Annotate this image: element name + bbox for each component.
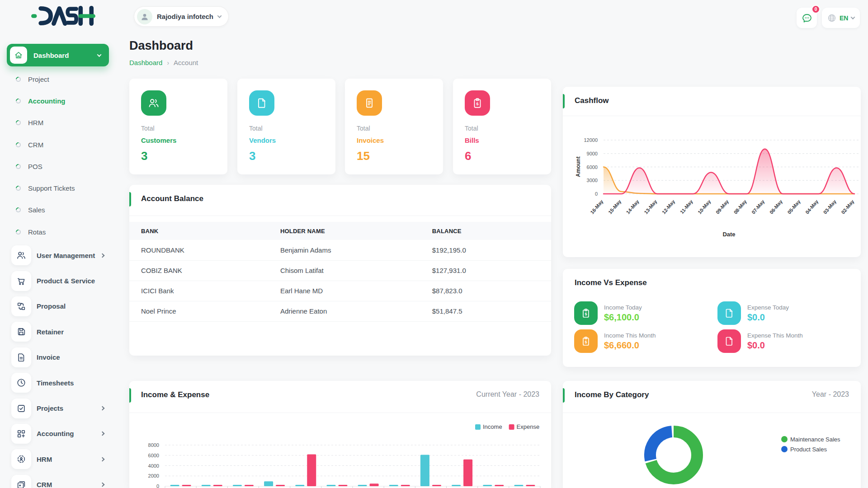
ive-value: $6,100.0 — [604, 312, 642, 323]
sidebar-item-timesheets[interactable]: Timesheets — [0, 370, 116, 395]
stat-total-label: Total — [249, 125, 263, 132]
income-vs-expense-title: Income Vs Expense — [575, 278, 647, 287]
sidebar-item-accounting[interactable]: Accounting — [0, 90, 116, 112]
sidebar-item-label: CRM — [28, 141, 43, 149]
sidebar-item-label: POS — [28, 163, 42, 170]
sidebar-item-label: Accounting — [28, 97, 66, 105]
sidebar-item-pos[interactable]: POS — [0, 155, 116, 177]
bill-icon: $ — [465, 90, 490, 116]
cashflow-chart: 12000900060003000016-May15-May14-May13-M… — [563, 116, 861, 257]
sidebar-item-label: HRM — [28, 119, 43, 127]
income-vs-expense-card: Income Vs Expense $ Income Today $6,100.… — [563, 269, 861, 367]
users-icon — [141, 90, 166, 116]
svg-text:0: 0 — [156, 483, 159, 488]
sidebar-item-projects[interactable]: Projects — [0, 395, 116, 421]
account-balance-card: Account Balance BANKHOLDER NAMEBALANCE R… — [129, 185, 551, 356]
svg-text:14-May: 14-May — [625, 198, 641, 215]
holder-name: Adrienne Eaton — [269, 301, 420, 321]
svg-text:15-May: 15-May — [607, 198, 623, 215]
chevron-right-icon — [100, 432, 105, 436]
scan-user-icon — [11, 449, 31, 469]
floppy-icon — [11, 322, 31, 342]
sidebar-item-label: Product & Service — [37, 277, 104, 285]
breadcrumb-dashboard-link[interactable]: Dashboard — [129, 59, 162, 66]
table-row: COBIZ BANKChisom Latifat$127,931.0 — [129, 260, 551, 281]
chevron-right-icon — [100, 253, 105, 258]
clipboard-dollar-icon: $ — [574, 329, 598, 353]
user-name: Rajodiya infotech — [157, 13, 213, 20]
language-selector[interactable]: EN — [822, 8, 860, 28]
stat-total-label: Total — [357, 125, 370, 132]
svg-text:05-May: 05-May — [786, 198, 802, 215]
svg-text:04-May: 04-May — [804, 198, 820, 215]
breadcrumb-current: Account — [174, 59, 198, 66]
chevron-down-icon — [851, 15, 855, 19]
account-balance-table: BANKHOLDER NAMEBALANCE ROUNDBANKBenjamin… — [129, 222, 551, 322]
sidebar-item-proposal[interactable]: Proposal — [0, 294, 116, 319]
messages-count-badge: 0 — [811, 5, 820, 14]
checkbox-icon — [11, 399, 31, 418]
sidebar-item-hrm[interactable]: HRM — [0, 446, 116, 472]
bullet-icon — [16, 99, 21, 103]
sidebar-item-label: User Management — [37, 252, 101, 259]
sidebar-item-project[interactable]: Project — [0, 68, 116, 90]
sidebar-item-label: Rotas — [28, 228, 46, 236]
svg-text:10-May: 10-May — [697, 198, 712, 215]
ive-label: Expense Today — [747, 304, 789, 311]
stat-card-customers: Total Customers 3 — [129, 79, 227, 174]
stat-name: Customers — [141, 136, 176, 144]
ive-label: Expense This Month — [747, 332, 803, 339]
svg-text:$: $ — [476, 101, 479, 106]
sidebar-item-support-tickets[interactable]: Support Tickets — [0, 177, 116, 199]
user-menu[interactable]: Rajodiya infotech — [134, 6, 229, 27]
stat-value: 3 — [249, 149, 255, 163]
breadcrumb-separator-icon: › — [167, 59, 169, 66]
svg-text:06-May: 06-May — [769, 198, 784, 215]
frames-icon — [11, 475, 31, 488]
svg-text:Amount: Amount — [575, 156, 581, 177]
column-header: HOLDER NAME — [269, 222, 420, 240]
svg-text:12-May: 12-May — [661, 198, 676, 215]
balance-amount: $87,823.0 — [420, 281, 551, 301]
svg-text:6000: 6000 — [148, 453, 159, 458]
account-balance-title: Account Balance — [141, 194, 203, 203]
sidebar-item-invoice[interactable]: Invoice — [0, 345, 116, 370]
stat-name: Invoices — [357, 136, 384, 144]
table-row: Noel PrinceAdrienne Eaton$51,847.5 — [129, 301, 551, 321]
card-accent-bar — [129, 388, 131, 403]
bullet-icon — [16, 230, 21, 235]
sidebar-item-hrm[interactable]: HRM — [0, 112, 116, 134]
sidebar-item-user-management[interactable]: User Management — [0, 243, 116, 268]
svg-text:$: $ — [585, 312, 587, 316]
messages-button[interactable]: 0 — [797, 8, 817, 28]
stat-name: Bills — [465, 136, 479, 144]
sidebar-item-label: Sales — [28, 206, 45, 214]
card-accent-bar — [563, 388, 565, 403]
clipboard-dollar-icon: $ — [574, 301, 598, 325]
svg-text:02-May: 02-May — [840, 198, 855, 215]
sidebar-item-product-service[interactable]: Product & Service — [0, 268, 116, 293]
column-header: BANK — [129, 222, 269, 240]
stat-value: 3 — [141, 149, 147, 163]
svg-text:03-May: 03-May — [822, 198, 838, 215]
sidebar-item-dashboard[interactable]: Dashboard — [7, 44, 109, 66]
person-icon — [140, 12, 149, 21]
cart-icon — [11, 271, 31, 291]
sidebar-item-crm[interactable]: CRM — [0, 134, 116, 155]
holder-name: Chisom Latifat — [269, 260, 420, 281]
sidebar-item-retainer[interactable]: Retainer — [0, 319, 116, 344]
home-icon — [10, 47, 27, 64]
chevron-right-icon — [100, 406, 105, 411]
sidebar-item-crm[interactable]: CRM — [0, 472, 116, 488]
sidebar-item-label: Timesheets — [37, 379, 104, 387]
stat-value: 15 — [357, 149, 370, 163]
stat-card-bills: $ Total Bills 6 — [453, 79, 551, 174]
holder-name: Benjamin Adams — [269, 240, 420, 260]
sidebar-item-sales[interactable]: Sales — [0, 199, 116, 221]
sidebar-item-label: Projects — [37, 404, 101, 412]
table-header-row: BANKHOLDER NAMEBALANCE — [129, 222, 551, 240]
sidebar-item-accounting[interactable]: Accounting — [0, 421, 116, 446]
sidebar-item-rotas[interactable]: Rotas — [0, 221, 116, 243]
app-logo — [29, 5, 97, 28]
document-icon — [11, 347, 31, 367]
